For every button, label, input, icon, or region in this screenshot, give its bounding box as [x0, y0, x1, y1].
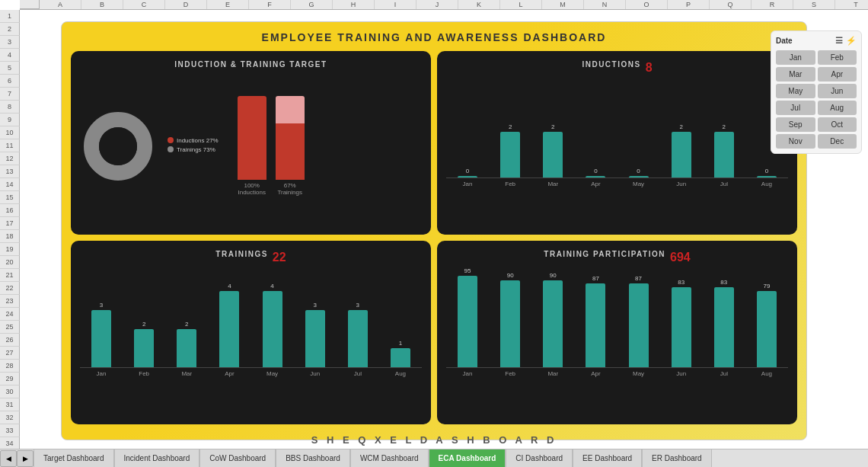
month-oct[interactable]: Oct — [818, 117, 857, 132]
dashboard-container: EMPLOYEE TRAINING AND AWARENESS DASHBOAR… — [61, 21, 807, 440]
dashboard-title: EMPLOYEE TRAINING AND AWARENESS DASHBOAR… — [71, 31, 797, 43]
month-dec[interactable]: Dec — [818, 134, 857, 149]
inductions-x-labels: Jan Feb Mar Apr May Jun Jul Aug — [446, 181, 788, 187]
sheqxel-label: S H E Q X E L D A S H B O A R D — [76, 434, 792, 446]
row-numbers: 123 456 789 101112 131415 161718 192021 … — [0, 10, 20, 467]
tab-eca-dashboard[interactable]: ECA Dashboard — [429, 449, 506, 468]
month-nov[interactable]: Nov — [776, 134, 815, 149]
inductions-bar — [238, 96, 266, 180]
col-J: J — [416, 0, 458, 9]
month-aug[interactable]: Aug — [818, 101, 857, 115]
pa-jan: 95 — [458, 267, 477, 367]
induction-training-title: INDUCTION & TRAINING TARGET — [80, 60, 422, 69]
svg-point-2 — [99, 127, 137, 165]
trainings-stacked-bar — [276, 96, 305, 180]
donut-chart — [80, 108, 156, 184]
trainings-chart: TRAININGS 22 3 2 — [71, 241, 431, 424]
pa-mar: 90 — [543, 272, 563, 367]
col-G: G — [291, 0, 333, 9]
participation-chart: TRAINING PARTICIPATION 694 95 90 — [437, 241, 797, 424]
inductions-header: INDUCTIONS 8 — [446, 60, 788, 75]
filter-icon[interactable]: ⚡ — [846, 36, 857, 46]
inductions-chart-area: 0 2 2 — [446, 79, 788, 217]
trainings-bar-label: Trainings — [277, 189, 302, 196]
col-H: H — [333, 0, 375, 9]
inductions-chart: INDUCTIONS 8 0 2 — [437, 51, 797, 235]
month-may[interactable]: May — [776, 84, 815, 98]
month-apr[interactable]: Apr — [818, 67, 857, 82]
trainings-chart-area: 3 2 2 — [80, 269, 422, 407]
list-icon[interactable]: ☰ — [835, 36, 843, 46]
target-bars: 100% Inductions 67% T — [238, 97, 305, 196]
tab-wcm-dashboard[interactable]: WCM Dashboard — [350, 449, 429, 468]
ind-may: 0 — [629, 168, 649, 178]
trainings-bars: 3 2 2 — [80, 269, 422, 368]
scroll-left-btn[interactable]: ◀ — [0, 450, 17, 467]
participation-count: 694 — [670, 251, 691, 264]
col-S: S — [793, 0, 835, 9]
col-P: P — [668, 0, 710, 9]
trainings-header: TRAININGS 22 — [80, 250, 422, 264]
col-N: N — [584, 0, 626, 9]
trainings-title: TRAININGS — [215, 250, 268, 258]
inductions-bar-label: Inductions — [238, 189, 265, 196]
participation-title: TRAINING PARTICIPATION — [544, 250, 665, 258]
inductions-pct-label: 100% — [244, 182, 259, 189]
col-T: T — [835, 0, 868, 9]
month-jan[interactable]: Jan — [776, 50, 815, 65]
charts-grid: INDUCTION & TRAINING TARGET — [71, 51, 797, 424]
month-mar[interactable]: Mar — [776, 67, 815, 82]
inductions-title: INDUCTIONS — [582, 60, 640, 69]
tab-bbs-dashboard[interactable]: BBS Dashboard — [276, 449, 350, 468]
ind-jun: 2 — [672, 123, 691, 178]
trainings-bar-group: 67% Trainings — [276, 96, 305, 196]
col-C: C — [123, 0, 165, 9]
date-widget-icons: ☰ ⚡ — [835, 36, 857, 46]
col-Q: Q — [710, 0, 752, 9]
tab-ee-dashboard[interactable]: EE Dashboard — [573, 449, 642, 468]
month-jun[interactable]: Jun — [818, 84, 857, 98]
bottom-tab-bar: ◀ ▶ Target Dashboard Incident Dashboard … — [0, 449, 868, 467]
trainings-legend-label: Trainings 73% — [177, 146, 215, 153]
month-grid[interactable]: Jan Feb Mar Apr May Jun Jul Aug Sep Oct … — [776, 50, 857, 149]
tr-jul: 3 — [348, 302, 368, 367]
ind-aug: 0 — [757, 168, 777, 178]
trainings-unfilled — [276, 96, 305, 123]
tr-feb: 2 — [134, 321, 154, 367]
legend-trainings: Trainings 73% — [168, 146, 219, 153]
col-L: L — [500, 0, 542, 9]
trainings-x-labels: Jan Feb Mar Apr May Jun Jul Aug — [80, 370, 422, 377]
ind-apr: 0 — [586, 168, 605, 178]
col-F: F — [249, 0, 291, 9]
trainings-dot — [168, 146, 174, 152]
pa-may: 87 — [629, 275, 649, 367]
col-B: B — [81, 0, 123, 9]
scroll-right-btn[interactable]: ▶ — [17, 450, 34, 467]
inductions-count: 8 — [646, 61, 653, 75]
month-jul[interactable]: Jul — [776, 101, 815, 115]
month-feb[interactable]: Feb — [818, 50, 857, 65]
pa-jul: 83 — [714, 279, 734, 367]
col-M: M — [542, 0, 584, 9]
ind-jul: 2 — [714, 123, 734, 178]
col-headers: A B C D E F G H I J K L M N O P Q R S T — [20, 0, 868, 10]
trainings-count: 22 — [273, 251, 286, 264]
donut-container: Inductions 27% Trainings 73% — [80, 75, 422, 217]
donut-legend: Inductions 27% Trainings 73% — [168, 137, 219, 155]
tab-cow-dashboard[interactable]: CoW Dashboard — [199, 449, 276, 468]
col-K: K — [458, 0, 500, 9]
pa-apr: 87 — [586, 275, 605, 367]
tr-mar: 2 — [177, 321, 196, 367]
col-O: O — [626, 0, 668, 9]
tab-target-dashboard[interactable]: Target Dashboard — [34, 449, 114, 468]
tab-ci-dashboard[interactable]: CI Dashboard — [506, 449, 573, 468]
month-sep[interactable]: Sep — [776, 117, 815, 132]
pa-jun: 83 — [672, 279, 691, 367]
tab-incident-dashboard[interactable]: Incident Dashboard — [114, 449, 200, 468]
col-E: E — [207, 0, 249, 9]
legend-inductions: Inductions 27% — [168, 137, 219, 144]
tab-er-dashboard[interactable]: ER Dashboard — [642, 449, 712, 468]
ind-feb: 2 — [500, 123, 520, 178]
pa-aug: 79 — [757, 283, 777, 367]
ind-jan: 0 — [458, 168, 477, 178]
